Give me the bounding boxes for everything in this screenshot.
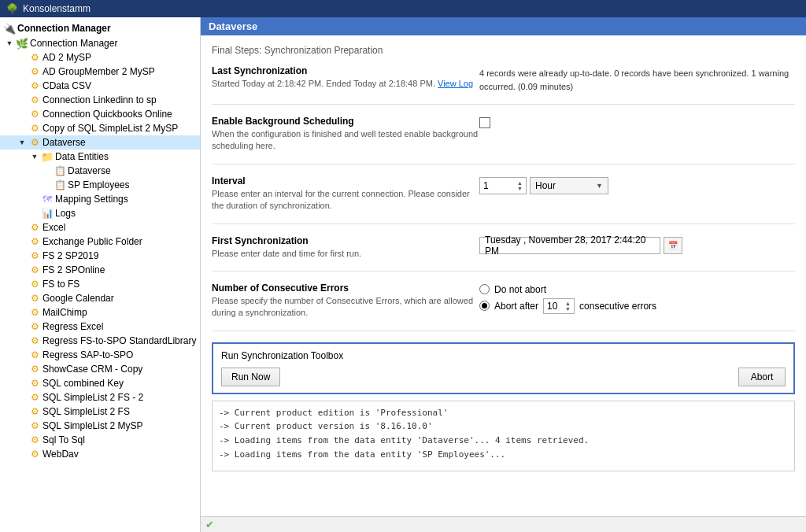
icon-spemployees: 📋 (54, 179, 66, 190)
first-sync-label: First Synchronization (212, 235, 479, 246)
enable-bg-checkbox[interactable] (479, 117, 490, 128)
date-group: Tuesday , November 28, 2017 2:44:20 PM 📅 (479, 237, 682, 254)
expander-spacer-exchangepublicfolder (16, 235, 28, 248)
sidebar-item-dataverse[interactable]: ▼⚙Dataverse (0, 135, 200, 150)
sidebar-item-connectionlinkedin[interactable]: ⚙Connection Linkedinn to sp (0, 93, 200, 107)
abort-after-label: Abort after (494, 301, 538, 312)
expander-spacer-sqltosql (16, 434, 28, 446)
sidebar-item-excel[interactable]: ⚙Excel (0, 220, 200, 235)
label-sqltosql: Sql To Sql (43, 434, 85, 445)
sidebar-item-regressexcel[interactable]: ⚙Regress Excel (0, 320, 200, 334)
abort-after-row: Abort after 10 ▲ ▼ consecutive errors (479, 298, 656, 314)
sidebar-item-cdatacsv[interactable]: ⚙CData CSV (0, 79, 200, 93)
expander-spacer-copysql (16, 122, 28, 135)
radio-group: Do not abort Abort after 10 ▲ ▼ (479, 284, 656, 314)
sidebar-item-exchangepublicfolder[interactable]: ⚙Exchange Public Folder (0, 235, 200, 249)
icon-regresssaptospo: ⚙ (28, 349, 41, 360)
sidebar-item-connectionquickbooks[interactable]: ⚙Connection Quickbooks Online (0, 107, 200, 121)
label-regressfstospo: Regress FS-to-SPO StandardLibrary (43, 335, 196, 346)
abort-button[interactable]: Abort (738, 368, 786, 386)
expander-spacer-mappingsettings (28, 193, 41, 205)
do-not-abort-radio[interactable] (479, 284, 490, 294)
abort-arrows[interactable]: ▲ ▼ (565, 301, 571, 312)
interval-down-arrow[interactable]: ▼ (517, 186, 523, 191)
sidebar-item-spemployees[interactable]: 📋SP Employees (0, 178, 200, 192)
expander-spacer-connectionquickbooks (16, 108, 28, 120)
icon-sqlsimplelist2fs: ⚙ (28, 406, 41, 417)
log-line: -> Current product edition is 'Professio… (219, 406, 788, 420)
sidebar-item-regressfstospo[interactable]: ⚙Regress FS-to-SPO StandardLibrary (0, 334, 200, 348)
sidebar-item-ad2mysp[interactable]: ⚙AD 2 MySP (0, 50, 200, 65)
label-sqlsimplelist2mysp: SQL SimpleList 2 MySP (43, 420, 143, 431)
sidebar-item-webdav[interactable]: ⚙WebDav (0, 447, 200, 461)
toolbox-title: Run Synchronization Toolbox (221, 350, 786, 361)
abort-after-value: 10 (547, 301, 565, 312)
label-dataentities: Data Entities (55, 151, 109, 162)
expander-spacer-webdav (16, 448, 28, 460)
sidebar-item-fs2sponline[interactable]: ⚙FS 2 SPOnline (0, 263, 200, 277)
sidebar-item-sqltosql[interactable]: ⚙Sql To Sql (0, 433, 200, 447)
last-sync-label-col: Last Synchronization Started Today at 2:… (212, 65, 479, 90)
label-mailchimp: MailChimp (43, 307, 87, 318)
icon-exchangepublicfolder: ⚙ (28, 236, 41, 247)
first-sync-date-input[interactable]: Tuesday , November 28, 2017 2:44:20 PM (479, 237, 660, 254)
run-now-button[interactable]: Run Now (221, 368, 280, 386)
first-sync-desc: Please enter date and time for first run… (212, 249, 361, 258)
label-googlecalendar: Google Calendar (43, 293, 114, 304)
abort-after-spinbox[interactable]: 10 ▲ ▼ (543, 298, 575, 314)
interval-spinbox[interactable]: 1 ▲ ▼ (479, 177, 527, 194)
interval-arrows[interactable]: ▲ ▼ (517, 180, 523, 191)
sidebar-item-sqlsimplelist2fs2[interactable]: ⚙SQL SimpleList 2 FS - 2 (0, 390, 200, 405)
expander-spacer-fs2sp2019 (16, 249, 28, 262)
sidebar-item-connection-manager[interactable]: ▼🌿Connection Manager (0, 36, 200, 50)
icon-fs2sponline: ⚙ (28, 264, 41, 275)
interval-label-col: Interval Please enter an interval for th… (212, 175, 479, 212)
icon-showcasecrm: ⚙ (28, 364, 41, 375)
interval-up-arrow[interactable]: ▲ (517, 180, 523, 186)
panel-header: Dataverse (201, 17, 806, 35)
icon-mailchimp: ⚙ (28, 307, 41, 318)
sidebar-item-sqlsimplelist2mysp[interactable]: ⚙SQL SimpleList 2 MySP (0, 419, 200, 433)
sidebar-item-mappingsettings[interactable]: 🗺Mapping Settings (0, 192, 200, 206)
app-title: Konsolenstamm (23, 3, 91, 14)
sidebar-item-fstofs[interactable]: ⚙FS to FS (0, 277, 200, 291)
sidebar-item-fs2sp2019[interactable]: ⚙FS 2 SP2019 (0, 249, 200, 263)
icon-regressexcel: ⚙ (28, 321, 41, 332)
icon-ad2mysp: ⚙ (28, 52, 41, 63)
abort-down-arrow[interactable]: ▼ (565, 306, 571, 312)
first-sync-calendar-btn[interactable]: 📅 (664, 237, 682, 254)
sidebar-item-dataverse-sub[interactable]: 📋Dataverse (0, 164, 200, 178)
sidebar-item-copysql[interactable]: ⚙Copy of SQL SimpleList 2 MySP (0, 121, 200, 135)
label-fs2sp2019: FS 2 SP2019 (43, 250, 98, 261)
content-area[interactable]: Final Steps: Synchronization Preparation… (201, 35, 806, 516)
sidebar-item-showcasecrm[interactable]: ⚙ShowCase CRM - Copy (0, 362, 200, 376)
icon-regressfstospo: ⚙ (28, 335, 41, 346)
title-bar: 🌳 Konsolenstamm (0, 0, 806, 17)
sidebar-item-adgroupmember[interactable]: ⚙AD GroupMember 2 MySP (0, 65, 200, 79)
interval-unit-dropdown[interactable]: Hour ▼ (530, 177, 608, 194)
sidebar-item-sqlcombinedkey[interactable]: ⚙SQL combined Key (0, 376, 200, 390)
label-exchangepublicfolder: Exchange Public Folder (43, 236, 142, 247)
expander-connection-manager[interactable]: ▼ (3, 37, 16, 50)
view-log-link[interactable]: View Log (438, 79, 473, 88)
expander-dataentities[interactable]: ▼ (28, 150, 41, 163)
sidebar-item-googlecalendar[interactable]: ⚙Google Calendar (0, 291, 200, 305)
abort-up-arrow[interactable]: ▲ (565, 301, 571, 306)
sidebar-item-mailchimp[interactable]: ⚙MailChimp (0, 305, 200, 320)
app-icon: 🌳 (6, 3, 18, 14)
label-regressexcel: Regress Excel (43, 321, 103, 332)
abort-after-radio[interactable] (479, 301, 490, 311)
icon-fs2sp2019: ⚙ (28, 250, 41, 261)
expander-dataverse[interactable]: ▼ (16, 136, 28, 149)
label-connection-manager: Connection Manager (30, 38, 117, 49)
sidebar-item-dataentities[interactable]: ▼📁Data Entities (0, 150, 200, 164)
expander-spacer-spemployees (41, 179, 54, 191)
sidebar-item-logs[interactable]: 📊Logs (0, 206, 200, 220)
label-logs: Logs (55, 208, 76, 219)
icon-fstofs: ⚙ (28, 279, 41, 290)
icon-googlecalendar: ⚙ (28, 293, 41, 304)
sidebar-item-regresssaptospo[interactable]: ⚙Regress SAP-to-SPO (0, 348, 200, 362)
expander-spacer-sqlsimplelist2fs (16, 405, 28, 418)
sidebar-item-sqlsimplelist2fs[interactable]: ⚙SQL SimpleList 2 FS (0, 405, 200, 419)
calendar-icon: 📅 (668, 241, 678, 249)
